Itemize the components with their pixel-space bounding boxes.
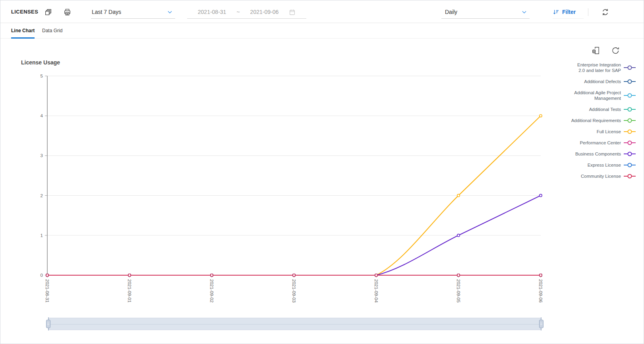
page-title: LICENSES [11,9,38,15]
legend-series-marker-icon [624,79,636,84]
tab-label: Data Grid [42,28,62,33]
refresh-icon [601,8,609,18]
legend-label: Additional Agile Project Management [570,90,621,101]
copy-button[interactable] [43,8,53,17]
legend-series-marker-icon [624,118,636,123]
chart-panel: License Usage 0123452021-08-312021-09-01… [0,39,644,344]
print-button[interactable] [62,8,72,17]
date-range-field: 2021-08-31 ~ 2021-09-06 [187,6,306,19]
tab-line-chart[interactable]: Line Chart [11,23,35,38]
legend-label: Additional Requirements [571,118,621,123]
svg-text:4: 4 [41,113,43,118]
printer-icon [63,8,72,18]
legend-item[interactable]: Additional Tests [589,104,636,115]
slider-left-handle[interactable] [46,320,50,328]
legend-series-marker-icon [624,129,636,134]
legend-item[interactable]: Additional Defects [584,76,636,87]
legend-label: Express License [588,162,621,168]
filter-button[interactable]: Filter [553,6,584,19]
slider-right-handle[interactable] [539,320,543,328]
legend-series-marker-icon [624,151,636,157]
granularity-value: Daily [445,9,457,15]
legend-item[interactable]: Business Components [575,148,636,159]
zoom-slider-track[interactable] [48,318,542,330]
legend-label: Community License [581,173,621,179]
licenses-dashboard: LICENSES Last 7 Days [0,0,644,344]
tab-bar: Line Chart Data Grid [0,23,644,39]
time-range-value: Last 7 Days [92,9,121,15]
refresh-button[interactable] [600,8,610,17]
legend-label: Full License [597,129,621,134]
copy-icon [44,8,52,18]
legend-item[interactable]: Performance Center [580,137,636,148]
legend-series-marker-icon [624,65,636,70]
svg-text:2021-09-06: 2021-09-06 [538,279,543,303]
svg-text:2021-09-03: 2021-09-03 [292,279,296,303]
legend-item[interactable]: Express License [588,159,636,171]
chart-legend: Enterprise Integration 2.0 and later for… [570,59,636,182]
legend-label: Business Components [575,151,621,157]
time-range-select[interactable]: Last 7 Days [91,6,175,19]
svg-text:2: 2 [41,193,43,198]
filter-icon [553,9,559,16]
date-separator: ~ [236,9,240,15]
legend-series-marker-icon [624,162,636,168]
svg-text:2021-08-31: 2021-08-31 [45,279,50,303]
granularity-select[interactable]: Daily [441,6,530,19]
svg-text:2021-09-02: 2021-09-02 [209,279,214,303]
legend-item[interactable]: Enterprise Integration 2.0 and later for… [570,59,636,76]
svg-text:3: 3 [41,153,43,158]
chevron-down-icon [167,9,173,16]
legend-series-marker-icon [624,107,636,112]
tab-data-grid[interactable]: Data Grid [42,23,62,38]
chevron-down-icon [521,9,527,16]
calendar-icon[interactable] [289,9,296,16]
legend-item[interactable]: Additional Agile Project Management [570,87,636,104]
legend-label: Additional Defects [584,79,621,84]
legend-series-marker-icon [624,93,636,98]
legend-series-marker-icon [624,173,636,179]
svg-text:2021-09-05: 2021-09-05 [456,279,461,303]
legend-item[interactable]: Community License [581,171,636,182]
legend-item[interactable]: Full License [597,126,636,137]
line-chart-canvas[interactable]: 0123452021-08-312021-09-012021-09-022021… [0,39,644,344]
svg-text:1: 1 [41,233,43,238]
toolbar-separator [588,8,588,16]
legend-label: Performance Center [580,140,621,146]
legend-label: Additional Tests [589,107,621,112]
date-from-input[interactable]: 2021-08-31 [198,9,226,15]
legend-label: Enterprise Integration 2.0 and later for… [570,62,621,73]
svg-text:5: 5 [41,74,43,78]
date-to-input[interactable]: 2021-09-06 [250,9,279,15]
svg-text:2021-09-01: 2021-09-01 [127,279,132,303]
filter-label: Filter [562,9,576,15]
legend-series-marker-icon [624,140,636,146]
tab-label: Line Chart [11,28,35,33]
svg-text:0: 0 [41,273,43,278]
legend-item[interactable]: Additional Requirements [571,115,636,126]
top-toolbar: LICENSES Last 7 Days [0,0,644,23]
svg-text:2021-09-04: 2021-09-04 [374,279,379,303]
